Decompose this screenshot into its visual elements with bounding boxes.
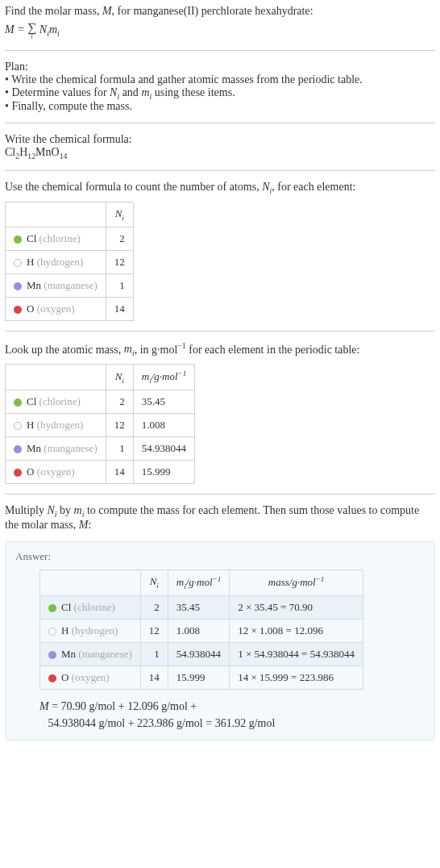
element-dot-icon bbox=[14, 236, 22, 244]
atomic-mass-heading: Look up the atomic mass, mi, in g·mol−1 … bbox=[5, 341, 435, 357]
divider bbox=[5, 50, 435, 51]
table-row: Cl (chlorine) 2 35.45 2 × 35.45 = 70.90 bbox=[40, 595, 363, 619]
col-element bbox=[40, 570, 141, 595]
molar-mass-equation: M = ∑ i Nimi bbox=[5, 21, 435, 40]
element-dot-icon bbox=[14, 282, 22, 290]
col-mi: mi/g·mol−1 bbox=[133, 364, 194, 390]
table-row: H (hydrogen) 12 1.008 12 × 1.008 = 12.09… bbox=[40, 619, 363, 642]
col-Ni: Ni bbox=[106, 202, 133, 227]
element-dot-icon bbox=[48, 628, 56, 636]
col-element bbox=[6, 364, 106, 390]
table-row: Mn (manganese) 1 54.938044 bbox=[6, 436, 195, 460]
table-row: Mn (manganese) 1 bbox=[6, 273, 134, 297]
answer-table: Ni mi/g·mol−1 mass/g·mol−1 Cl (chlorine)… bbox=[39, 570, 363, 690]
table-header-row: Ni bbox=[6, 202, 134, 227]
atomic-mass-section: Look up the atomic mass, mi, in g·mol−1 … bbox=[5, 341, 435, 484]
divider bbox=[5, 331, 435, 332]
multiply-section: Multiply Ni by mi to compute the mass fo… bbox=[5, 504, 435, 532]
formula-section: Write the chemical formula: Cl2H12MnO14 bbox=[5, 133, 435, 161]
element-dot-icon bbox=[48, 651, 56, 659]
formula-heading: Write the chemical formula: bbox=[5, 133, 435, 146]
divider bbox=[5, 494, 435, 495]
element-dot-icon bbox=[14, 445, 22, 453]
answer-label: Answer: bbox=[15, 550, 425, 563]
element-dot-icon bbox=[14, 422, 22, 430]
element-dot-icon bbox=[48, 604, 56, 612]
table-row: Cl (chlorine) 2 bbox=[6, 227, 134, 250]
table-header-row: Ni mi/g·mol−1 bbox=[6, 364, 195, 390]
count-atoms-section: Use the chemical formula to count the nu… bbox=[5, 181, 435, 320]
atomic-mass-table: Ni mi/g·mol−1 Cl (chlorine) 2 35.45 H (h… bbox=[5, 364, 195, 484]
table-row: O (oxygen) 14 bbox=[6, 297, 134, 320]
table-row: H (hydrogen) 12 1.008 bbox=[6, 413, 195, 436]
col-mass: mass/g·mol−1 bbox=[230, 570, 363, 595]
intro-text: Find the molar mass, M, for manganese(II… bbox=[5, 5, 435, 18]
sigma-icon: ∑ i bbox=[27, 21, 36, 40]
plan-section: Plan: • Write the chemical formula and g… bbox=[5, 61, 435, 114]
divider bbox=[5, 170, 435, 171]
element-dot-icon bbox=[14, 469, 22, 477]
count-atoms-heading: Use the chemical formula to count the nu… bbox=[5, 181, 435, 195]
divider bbox=[5, 123, 435, 123]
table-row: O (oxygen) 14 15.999 bbox=[6, 460, 195, 483]
col-mi: mi/g·mol−1 bbox=[168, 570, 229, 595]
chemical-formula: Cl2H12MnO14 bbox=[5, 146, 435, 161]
col-Ni: Ni bbox=[106, 364, 133, 390]
plan-heading: Plan: bbox=[5, 61, 435, 73]
element-dot-icon bbox=[48, 674, 56, 682]
element-dot-icon bbox=[14, 306, 22, 314]
plan-bullet-2: • Determine values for Ni and mi using t… bbox=[5, 86, 435, 101]
plan-bullet-3: • Finally, compute the mass. bbox=[5, 100, 435, 113]
table-row: O (oxygen) 14 15.999 14 × 15.999 = 223.9… bbox=[40, 666, 363, 689]
table-header-row: Ni mi/g·mol−1 mass/g·mol−1 bbox=[40, 570, 363, 595]
element-dot-icon bbox=[14, 259, 22, 267]
plan-bullet-1: • Write the chemical formula and gather … bbox=[5, 73, 435, 86]
final-mass-equation: M = 70.90 g/mol + 12.096 g/mol + 54.9380… bbox=[39, 698, 425, 732]
count-atoms-table: Ni Cl (chlorine) 2 H (hydrogen) 12 Mn (m… bbox=[5, 202, 134, 321]
table-row: Mn (manganese) 1 54.938044 1 × 54.938044… bbox=[40, 642, 363, 666]
intro-section: Find the molar mass, M, for manganese(II… bbox=[5, 5, 435, 40]
table-row: H (hydrogen) 12 bbox=[6, 250, 134, 273]
answer-box: Answer: Ni mi/g·mol−1 mass/g·mol−1 Cl (c… bbox=[5, 541, 435, 741]
element-dot-icon bbox=[14, 399, 22, 407]
table-row: Cl (chlorine) 2 35.45 bbox=[6, 390, 195, 413]
col-element bbox=[6, 202, 106, 227]
col-Ni: Ni bbox=[140, 570, 168, 595]
